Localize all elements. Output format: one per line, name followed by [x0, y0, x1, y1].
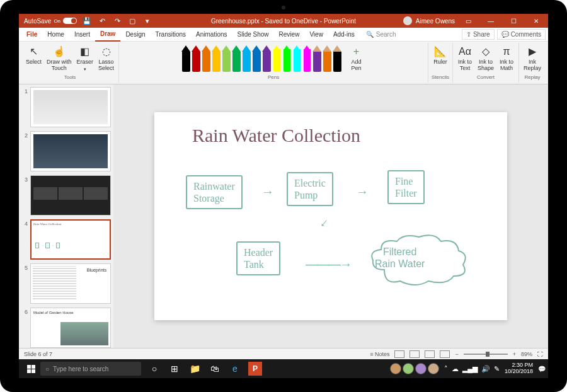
tab-insert[interactable]: Insert — [69, 28, 95, 42]
slideshow-icon[interactable]: ▢ — [127, 16, 137, 26]
finger-icon: ☝ — [53, 45, 66, 58]
pen-tool[interactable] — [242, 45, 251, 72]
box-fine-filter: Fine Filter — [387, 170, 425, 204]
pen-tool[interactable] — [212, 45, 221, 72]
thumbnail-panel[interactable]: 1 2 3 4Rain Water Collection□→□→□ 5Bluep… — [19, 84, 113, 348]
pen-tool[interactable] — [262, 45, 272, 72]
redo-icon[interactable]: ↷ — [112, 16, 122, 26]
zoom-in-button[interactable]: + — [513, 351, 516, 357]
ribbon: ↖Select ☝Draw with Touch ◧Eraser▾ ◌Lasso… — [19, 42, 548, 84]
draw-touch-button[interactable]: ☝Draw with Touch — [45, 44, 74, 73]
pencil-tool[interactable] — [312, 45, 322, 72]
maximize-icon[interactable]: ☐ — [504, 14, 523, 28]
network-icon[interactable]: ▂▄▆ — [462, 365, 478, 373]
tab-draw[interactable]: Draw — [95, 28, 120, 42]
ribbon-tabs: File Home Insert Draw Design Transitions… — [19, 28, 548, 42]
pen-tool[interactable] — [232, 45, 241, 72]
pen-tool[interactable] — [222, 45, 231, 72]
ink-to-text-button[interactable]: AαInk to Text — [455, 44, 474, 73]
pencil-tool[interactable] — [323, 45, 332, 72]
comments-icon: 💬 — [501, 31, 509, 38]
active-slide[interactable]: Rain Water Collection Rainwater Storage … — [154, 112, 507, 320]
ink-replay-button[interactable]: ▶Ink Replay — [522, 44, 543, 73]
arrow-4: ———→ — [306, 257, 351, 272]
tab-transitions[interactable]: Transitions — [151, 28, 192, 42]
tab-file[interactable]: File — [21, 28, 42, 42]
pen-tool[interactable] — [181, 45, 191, 72]
start-button[interactable] — [21, 359, 40, 378]
share-icon: ⇪ — [466, 31, 471, 38]
undo-icon[interactable]: ↶ — [97, 16, 107, 26]
reading-view-icon[interactable] — [425, 350, 435, 358]
tab-view[interactable]: View — [304, 28, 328, 42]
pencil-tool[interactable] — [333, 45, 342, 72]
autosave-toggle[interactable]: AutoSave On — [24, 18, 77, 25]
store-icon[interactable]: 🛍 — [205, 359, 224, 378]
ink-to-math-button[interactable]: πInk to Math — [497, 44, 516, 73]
ruler-button[interactable]: 📐Ruler — [431, 44, 450, 67]
group-stencils-label: Stencils — [432, 74, 449, 81]
pen-tool[interactable] — [252, 45, 261, 72]
slideshow-view-icon[interactable] — [440, 350, 450, 358]
highlighter-tool[interactable] — [282, 45, 292, 72]
search-box[interactable]: 🔍 Search — [366, 31, 396, 38]
explorer-icon[interactable]: 📁 — [185, 359, 204, 378]
comments-button[interactable]: 💬 Comments — [497, 29, 546, 40]
tab-design[interactable]: Design — [120, 28, 150, 42]
cursor-icon: ↖ — [28, 45, 40, 58]
tab-animations[interactable]: Animations — [191, 28, 232, 42]
user-avatar[interactable] — [403, 16, 412, 25]
edge-icon[interactable]: e — [226, 359, 244, 378]
zoom-out-button[interactable]: − — [455, 351, 458, 357]
zoom-slider[interactable] — [464, 354, 508, 355]
clock[interactable]: 2:30 PM 10/20/2018 — [505, 362, 533, 375]
sorter-view-icon[interactable] — [410, 350, 420, 358]
select-button[interactable]: ↖Select — [24, 44, 43, 67]
highlighter-tool[interactable] — [292, 45, 302, 72]
normal-view-icon[interactable] — [394, 350, 404, 358]
share-button[interactable]: ⇪ Share — [462, 29, 495, 40]
slide-thumb-4[interactable]: Rain Water Collection□→□→□ — [30, 219, 111, 260]
group-tools-label: Tools — [64, 74, 76, 81]
tab-slideshow[interactable]: Slide Show — [232, 28, 274, 42]
search-icon: 🔍 — [366, 31, 374, 38]
minimize-icon[interactable]: — — [481, 14, 500, 28]
onedrive-icon[interactable]: ☁ — [452, 365, 459, 373]
highlighter-tool[interactable] — [272, 45, 282, 72]
canvas-area[interactable]: Rain Water Collection Rainwater Storage … — [113, 84, 548, 348]
taskbar-search[interactable]: ○Type here to search — [40, 362, 141, 376]
lasso-icon: ◌ — [100, 45, 113, 58]
pen-tool[interactable] — [192, 45, 201, 72]
volume-icon[interactable]: 🔊 — [481, 365, 490, 373]
pen-tool[interactable] — [202, 45, 211, 72]
fit-button[interactable]: ⛶ — [537, 351, 543, 357]
slide-thumb-5[interactable]: Blueprints — [30, 263, 111, 304]
pen-tray-icon[interactable]: ✎ — [494, 365, 500, 373]
ink-to-shape-button[interactable]: ◇Ink to Shape — [476, 44, 496, 73]
powerpoint-icon[interactable]: P — [248, 362, 262, 376]
lasso-button[interactable]: ◌Lasso Select — [96, 44, 116, 73]
zoom-level[interactable]: 89% — [521, 351, 532, 357]
highlighter-tool[interactable] — [302, 45, 312, 72]
slide-thumb-1[interactable] — [30, 87, 111, 127]
slide-thumb-2[interactable] — [30, 131, 111, 171]
eraser-button[interactable]: ◧Eraser▾ — [75, 44, 96, 73]
windows-icon — [27, 365, 35, 373]
action-center-icon[interactable]: 💬 — [538, 366, 546, 372]
close-icon[interactable]: ✕ — [527, 14, 546, 28]
box-rainwater-storage: Rainwater Storage — [186, 175, 243, 209]
tray-up-icon[interactable]: ˄ — [444, 365, 448, 373]
cortana-icon[interactable]: ○ — [145, 359, 164, 378]
add-pen-button[interactable]: +Add Pen — [347, 44, 366, 73]
people-bar[interactable] — [390, 363, 439, 374]
tab-home[interactable]: Home — [42, 28, 69, 42]
task-view-icon[interactable]: ⊞ — [165, 359, 184, 378]
ribbon-display-icon[interactable]: ▭ — [459, 14, 478, 28]
notes-button[interactable]: ≡ Notes — [370, 351, 389, 357]
more-icon[interactable]: ▾ — [142, 16, 152, 26]
tab-review[interactable]: Review — [274, 28, 305, 42]
slide-thumb-3[interactable] — [30, 175, 111, 216]
save-icon[interactable]: 💾 — [82, 16, 92, 26]
tab-addins[interactable]: Add-ins — [328, 28, 360, 42]
slide-thumb-6[interactable]: Model of Garden House — [30, 308, 111, 348]
